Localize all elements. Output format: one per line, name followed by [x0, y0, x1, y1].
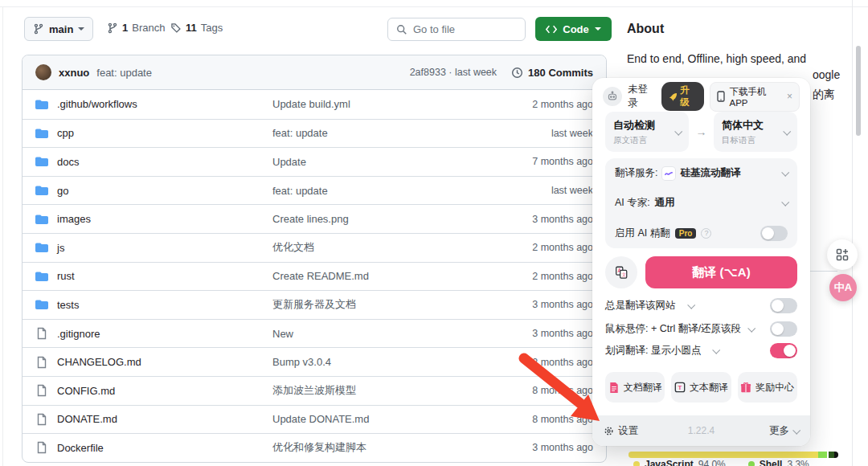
commit-message[interactable]: feat: update: [272, 127, 551, 139]
table-row[interactable]: .gitignore New 3 months ago: [23, 319, 606, 348]
text-translate-button[interactable]: T 文本翻译: [671, 372, 731, 403]
table-row[interactable]: .github/workflows Update build.yml 2 mon…: [23, 90, 606, 119]
commit-date[interactable]: 8 months ago: [532, 385, 593, 396]
scrollbar-thumb[interactable]: [856, 46, 861, 136]
file-name[interactable]: go: [57, 185, 68, 197]
table-row[interactable]: tests 更新服务器及文档 3 months ago: [23, 290, 606, 319]
popup-actions-row: 文档翻译 T 文本翻译 奖励中心: [605, 372, 797, 403]
commit-date[interactable]: 3 months ago: [532, 328, 593, 339]
commit-sha-time[interactable]: 2af8933 · last week: [410, 67, 497, 78]
avatar[interactable]: [35, 64, 51, 80]
table-row[interactable]: cpp feat: update last week: [23, 119, 606, 148]
commit-date[interactable]: 3 months ago: [532, 299, 593, 310]
commit-message[interactable]: Update build.yml: [272, 98, 532, 110]
popup-footer: 1.22.4 设置 更多: [592, 415, 810, 446]
commit-date[interactable]: 3 months ago: [532, 442, 593, 453]
commit-author[interactable]: xxnuo: [59, 67, 89, 79]
commit-message[interactable]: 优化文档: [272, 240, 532, 255]
target-language-select[interactable]: 简体中文 目标语言: [714, 112, 797, 152]
file-name[interactable]: CHANGELOG.md: [57, 356, 141, 368]
latest-commit-bar: xxnuo feat: update 2af8933 · last week 1…: [23, 55, 606, 90]
translate-button[interactable]: 翻译 (⌥A): [645, 256, 797, 288]
code-icon: [546, 25, 557, 34]
ai-expert-select[interactable]: AI 专家: 通用: [615, 188, 788, 218]
always-translate-toggle[interactable]: [770, 298, 797, 313]
extension-grid-button[interactable]: [827, 239, 858, 270]
file-name[interactable]: .github/workflows: [57, 98, 137, 110]
commit-date[interactable]: 2 months ago: [532, 357, 593, 368]
go-to-file-input[interactable]: Go to file: [387, 18, 526, 41]
commit-date[interactable]: 7 months ago: [532, 156, 593, 167]
svg-text:文: 文: [621, 272, 626, 277]
translate-mode-button[interactable]: A文: [605, 256, 637, 288]
translate-service-select[interactable]: 翻译服务: 硅基流动翻译: [615, 158, 788, 188]
commit-message[interactable]: Bump v3.0.4: [272, 356, 532, 368]
commit-date[interactable]: last week: [551, 128, 593, 139]
table-row[interactable]: js 优化文档 2 months ago: [23, 233, 606, 262]
commit-message[interactable]: 添加波兰波斯模型: [272, 383, 532, 398]
close-icon[interactable]: ×: [787, 91, 792, 102]
word-selection-toggle[interactable]: [770, 343, 797, 358]
download-app-button[interactable]: 下载手机 APP ×: [710, 82, 800, 112]
commit-date[interactable]: last week: [551, 185, 593, 196]
table-row[interactable]: Dockerfile 优化和修复构建脚本 3 months ago: [23, 433, 606, 462]
commit-message[interactable]: Update DONATE.md: [272, 413, 532, 425]
commit-date[interactable]: 8 months ago: [532, 414, 593, 425]
more-button[interactable]: 更多: [769, 424, 799, 438]
translate-float-button[interactable]: 中A: [829, 274, 857, 301]
tags-link[interactable]: 11 Tags: [170, 22, 223, 34]
search-icon: [396, 24, 407, 35]
code-button[interactable]: Code: [535, 17, 612, 41]
file-name[interactable]: docs: [57, 156, 79, 168]
upgrade-button[interactable]: 升级: [661, 82, 704, 111]
about-title: About: [627, 22, 664, 36]
hover-translate-toggle[interactable]: [770, 321, 797, 337]
commit-message[interactable]: Create lines.png: [272, 213, 532, 225]
commit-message[interactable]: 优化和修复构建脚本: [272, 440, 532, 455]
file-name[interactable]: tests: [57, 299, 79, 311]
ai-refine-toggle[interactable]: [760, 226, 788, 241]
doc-translate-button[interactable]: 文档翻译: [605, 372, 665, 403]
commit-date[interactable]: 3 months ago: [532, 214, 593, 225]
commit-date[interactable]: 2 months ago: [532, 242, 593, 253]
commit-message-header[interactable]: feat: update: [96, 67, 152, 79]
file-name[interactable]: DONATE.md: [57, 413, 117, 425]
language-bar: [628, 452, 838, 458]
language-dot: [633, 461, 640, 466]
file-name[interactable]: .gitignore: [57, 328, 100, 340]
table-row[interactable]: rust Create README.md 2 months ago: [23, 262, 606, 291]
commit-date[interactable]: 2 months ago: [532, 271, 593, 282]
help-icon[interactable]: ?: [701, 228, 711, 239]
file-icon: [35, 413, 48, 426]
robot-avatar-icon[interactable]: [603, 87, 622, 106]
file-name[interactable]: Dockerfile: [57, 442, 104, 454]
file-name[interactable]: cpp: [57, 127, 74, 139]
table-row[interactable]: CONFIG.md 添加波兰波斯模型 8 months ago: [23, 376, 606, 405]
login-status[interactable]: 未登录: [628, 83, 656, 110]
always-translate-row: 总是翻译该网站: [605, 298, 797, 313]
commit-message[interactable]: Create README.md: [272, 270, 532, 282]
commit-message[interactable]: New: [272, 328, 532, 340]
source-language-select[interactable]: 自动检测 原文语言: [605, 112, 689, 152]
table-row[interactable]: CHANGELOG.md Bump v3.0.4 2 months ago: [23, 347, 606, 376]
commit-message[interactable]: feat: update: [272, 185, 551, 197]
language-legend-item[interactable]: Shell 3.3%: [748, 459, 809, 466]
language-bar-segment: [818, 452, 827, 458]
table-row[interactable]: docs Update 7 months ago: [23, 147, 606, 176]
commit-history-link[interactable]: 180 Commits: [511, 67, 593, 79]
settings-button[interactable]: 设置: [604, 424, 638, 438]
table-row[interactable]: images Create lines.png 3 months ago: [23, 204, 606, 233]
file-name[interactable]: CONFIG.md: [57, 385, 115, 397]
language-legend-item[interactable]: JavaScript 94.0%: [633, 459, 726, 466]
commit-date[interactable]: 2 months ago: [532, 99, 593, 110]
commit-message[interactable]: Update: [272, 156, 532, 168]
table-row[interactable]: DONATE.md Update DONATE.md 8 months ago: [23, 405, 606, 434]
table-row[interactable]: go feat: update last week: [23, 176, 606, 205]
branch-selector[interactable]: main: [24, 17, 93, 41]
file-name[interactable]: js: [57, 242, 64, 254]
file-name[interactable]: images: [57, 213, 91, 225]
branches-link[interactable]: 1 Branch: [107, 22, 165, 34]
reward-center-button[interactable]: 奖励中心: [738, 372, 797, 403]
file-name[interactable]: rust: [57, 270, 75, 282]
commit-message[interactable]: 更新服务器及文档: [272, 297, 532, 312]
